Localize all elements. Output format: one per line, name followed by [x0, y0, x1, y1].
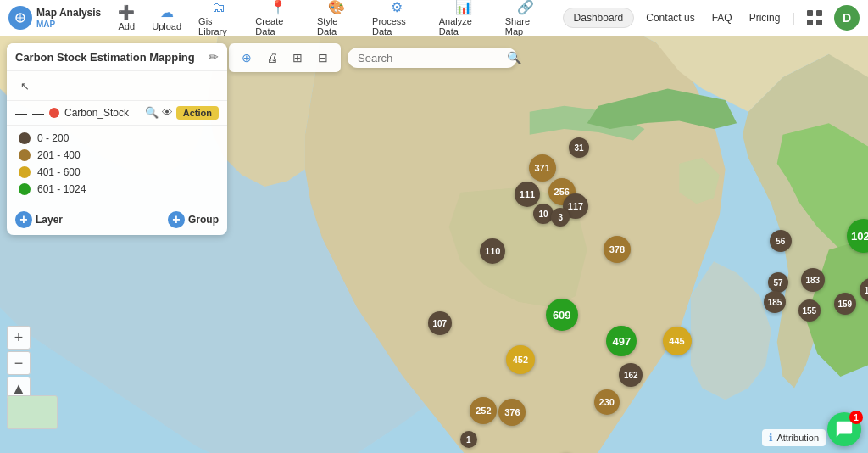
logo-subtitle: MAP: [36, 20, 101, 29]
legend-dot: [19, 183, 31, 195]
cluster-marker[interactable]: 497: [606, 326, 637, 356]
cluster-marker[interactable]: 159: [834, 293, 856, 315]
svg-rect-1: [807, 10, 813, 16]
nav-item-analyze_data[interactable]: 📊Analyze Data: [431, 0, 497, 40]
add-group-button[interactable]: + Group: [168, 211, 219, 228]
cluster-marker[interactable]: 609: [546, 299, 578, 331]
fullscreen-icon[interactable]: ⊟: [312, 47, 334, 69]
panel-header: Carbon Stock Estimation Mapping ✏: [7, 43, 227, 71]
cluster-marker[interactable]: 110: [480, 238, 505, 264]
layer-color-dot: [49, 108, 59, 118]
nav-item-add[interactable]: ➕Add: [109, 1, 143, 35]
toolbar-minus-icon[interactable]: —: [39, 76, 58, 95]
cluster-marker[interactable]: 162: [619, 363, 643, 387]
nav-item-gis_library[interactable]: 🗂Gis Library: [190, 0, 247, 40]
legend-item: 401 - 600: [19, 166, 215, 178]
layer-icons: 🔍 👁 Action: [145, 106, 219, 120]
cluster-marker[interactable]: 10: [533, 204, 554, 224]
panel-title: Carbon Stock Estimation Mapping: [15, 51, 209, 64]
cluster-marker[interactable]: 371: [529, 154, 556, 182]
cluster-marker[interactable]: 3: [551, 208, 570, 226]
search-layer-icon[interactable]: 🔍: [145, 106, 159, 120]
layer-panel: Carbon Stock Estimation Mapping ✏ ↖ — — …: [7, 43, 227, 235]
contact-button[interactable]: Contact us: [641, 8, 699, 27]
print-icon[interactable]: 🖨: [261, 47, 283, 69]
map-tools-group: ⊕ 🖨 ⊞ ⊟: [229, 43, 341, 72]
attribution-label: Attribution: [776, 433, 819, 443]
legend-dot: [19, 132, 31, 144]
cluster-marker[interactable]: 111: [515, 182, 540, 207]
share_map-icon: 🔗: [517, 0, 534, 15]
top-navigation: Map Analysis MAP ➕Add☁Upload🗂Gis Library…: [0, 0, 868, 36]
faq-button[interactable]: FAQ: [707, 8, 737, 27]
logo-icon: [8, 6, 32, 30]
edit-icon[interactable]: ✏: [209, 50, 219, 64]
map-thumbnail[interactable]: [7, 395, 58, 429]
create_data-label: Create Data: [255, 16, 300, 36]
products-icon[interactable]: [802, 5, 827, 31]
cluster-marker[interactable]: 56: [770, 230, 792, 252]
upload-icon: ☁: [160, 4, 174, 20]
attribution-bar[interactable]: ℹ Attribution: [762, 429, 826, 446]
svg-rect-3: [807, 20, 813, 25]
legend-dot: [19, 149, 31, 161]
nav-item-upload[interactable]: ☁Upload: [143, 1, 190, 35]
nav-separator: |: [792, 11, 795, 25]
legend: 0 - 200201 - 400401 - 600601 - 1024: [7, 126, 227, 204]
dashboard-button[interactable]: Dashboard: [563, 8, 635, 28]
eye-icon[interactable]: 👁: [162, 106, 173, 120]
style_data-icon: 🎨: [328, 0, 345, 15]
add-icon: ➕: [118, 4, 135, 20]
chat-button[interactable]: 1: [827, 412, 861, 446]
cluster-marker[interactable]: 57: [768, 272, 788, 293]
search-input[interactable]: [358, 52, 500, 64]
action-button[interactable]: Action: [176, 106, 219, 120]
layers-icon[interactable]: ⊞: [287, 47, 309, 69]
create_data-icon: 📍: [270, 0, 287, 15]
cluster-marker[interactable]: 183: [801, 268, 825, 292]
process_data-label: Process Data: [372, 16, 422, 36]
cluster-marker[interactable]: 107: [428, 311, 452, 335]
panel-footer: + Layer + Group: [7, 204, 227, 235]
toolbar-cursor-icon[interactable]: ↖: [15, 76, 34, 95]
cluster-marker[interactable]: 252: [470, 397, 497, 424]
cluster-marker[interactable]: 452: [506, 345, 535, 374]
cluster-marker[interactable]: 376: [498, 399, 526, 426]
pricing-button[interactable]: Pricing: [744, 8, 786, 27]
zoom-out-button[interactable]: −: [7, 351, 31, 375]
cluster-marker[interactable]: 185: [764, 291, 786, 313]
style_data-label: Style Data: [317, 16, 355, 36]
add-label: Add: [118, 21, 135, 31]
layer-name[interactable]: Carbon_Stock: [64, 107, 140, 119]
nav-item-create_data[interactable]: 📍Create Data: [247, 0, 309, 40]
panel-toolbar: ↖ —: [7, 71, 227, 101]
cluster-marker[interactable]: 378: [604, 236, 631, 263]
select-tool-icon[interactable]: ⊕: [236, 47, 258, 69]
map-zoom-controls: + − ▲: [7, 326, 31, 402]
upload-label: Upload: [152, 21, 181, 31]
nav-item-share_map[interactable]: 🔗Share Map: [497, 0, 554, 40]
cluster-marker[interactable]: 31: [569, 137, 589, 158]
legend-dot: [19, 166, 31, 178]
cluster-marker[interactable]: 155: [798, 299, 821, 322]
cluster-marker[interactable]: 230: [594, 389, 620, 415]
gis_library-label: Gis Library: [198, 16, 238, 36]
zoom-in-button[interactable]: +: [7, 326, 31, 350]
logo-title: Map Analysis: [36, 7, 101, 19]
cluster-marker[interactable]: 445: [663, 327, 692, 355]
plus-layer-icon: +: [15, 211, 32, 228]
search-box: 🔍: [348, 48, 517, 68]
cluster-marker[interactable]: 1: [460, 431, 477, 448]
add-layer-button[interactable]: + Layer: [15, 211, 63, 228]
user-avatar[interactable]: D: [834, 5, 860, 31]
analyze_data-icon: 📊: [455, 0, 472, 15]
layer-minus-icon[interactable]: —: [15, 106, 27, 120]
attribution-info-icon: ℹ: [769, 432, 773, 444]
search-icon[interactable]: 🔍: [507, 51, 521, 64]
app-logo[interactable]: Map Analysis MAP: [0, 6, 109, 30]
group-btn-label: Group: [188, 214, 219, 226]
gis_library-icon: 🗂: [212, 0, 225, 15]
nav-item-style_data[interactable]: 🎨Style Data: [309, 0, 364, 40]
map-toolbar: ⊕ 🖨 ⊞ ⊟ 🔍: [229, 43, 861, 72]
nav-item-process_data[interactable]: ⚙Process Data: [364, 0, 431, 40]
